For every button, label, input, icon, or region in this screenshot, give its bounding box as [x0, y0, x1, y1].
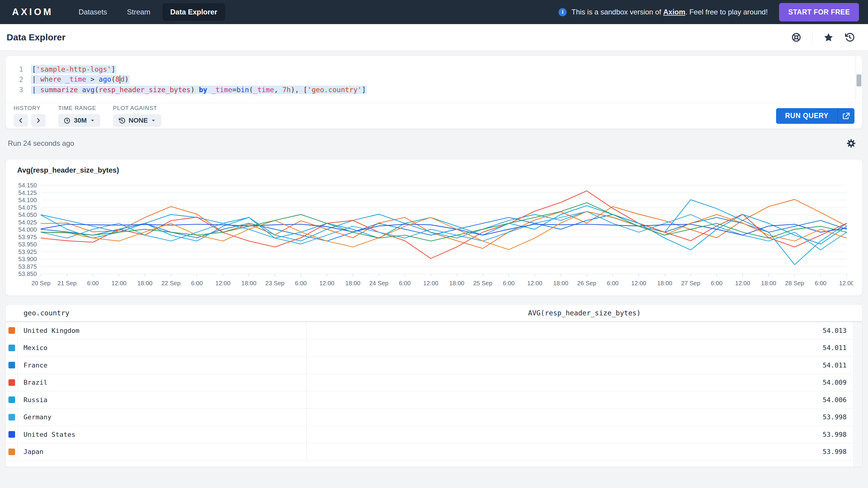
favorite-button[interactable]	[824, 32, 834, 42]
results-table: geo.country AVG(resp_header_size_bytes) …	[5, 304, 863, 467]
svg-text:18:00: 18:00	[241, 280, 256, 287]
table-row[interactable]: France54.011	[6, 357, 862, 374]
series-swatch-cell	[6, 409, 18, 426]
svg-text:53.925: 53.925	[19, 249, 37, 255]
table-row[interactable]: United States53.998	[6, 426, 862, 444]
run-query-button[interactable]: RUN QUERY	[776, 108, 838, 124]
start-for-free-button[interactable]: START FOR FREE	[779, 3, 859, 22]
plot-against-select[interactable]: NONE	[113, 114, 161, 127]
series-color-swatch	[8, 327, 15, 334]
svg-text:21 Sep: 21 Sep	[58, 280, 76, 287]
query-history-button[interactable]	[844, 32, 855, 42]
country-cell: Brazil	[18, 374, 307, 391]
series-swatch-cell	[6, 444, 18, 461]
svg-text:6:00: 6:00	[815, 280, 827, 287]
code-text: | summarize avg(resp_header_size_bytes) …	[31, 86, 367, 94]
query-editor[interactable]: 1['sample-http-logs']2| where _time > ag…	[6, 56, 862, 103]
editor-scroll-divider	[856, 56, 856, 103]
series-color-swatch	[8, 414, 15, 421]
editor-line: 2| where _time > ago(8d)	[6, 74, 862, 85]
svg-text:6:00: 6:00	[503, 280, 515, 287]
chevron-left-icon	[18, 117, 24, 124]
country-cell: Russia	[18, 391, 307, 409]
svg-text:12:00: 12:00	[527, 280, 542, 287]
svg-text:18:00: 18:00	[761, 280, 776, 287]
svg-text:12:00: 12:00	[423, 280, 438, 287]
editor-line: 3| summarize avg(resp_header_size_bytes)…	[6, 85, 862, 95]
svg-text:6:00: 6:00	[191, 280, 203, 287]
chart-card: Avg(resp_header_size_bytes) 54.15054.125…	[5, 159, 863, 296]
svg-text:24 Sep: 24 Sep	[369, 280, 388, 287]
top-nav: AXIOM Datasets Stream Data Explorer i Th…	[0, 0, 868, 24]
editor-scrollbar[interactable]	[857, 74, 861, 87]
svg-text:53.950: 53.950	[19, 241, 37, 248]
last-run-status: Run 24 seconds ago	[8, 139, 74, 148]
svg-text:54.025: 54.025	[19, 219, 37, 226]
lifebuoy-icon	[791, 32, 801, 42]
history-group: HISTORY	[13, 105, 45, 127]
table-row[interactable]: Brazil54.009	[6, 374, 862, 392]
nav-item-stream[interactable]: Stream	[119, 3, 158, 21]
help-button[interactable]	[791, 32, 801, 42]
svg-text:53.875: 53.875	[19, 263, 37, 270]
table-header: geo.country AVG(resp_header_size_bytes)	[6, 304, 862, 322]
code-text: | where _time > ago(8d)	[31, 75, 130, 84]
editor-line: 1['sample-http-logs']	[6, 64, 862, 74]
series-color-swatch	[8, 362, 15, 368]
avg-value-cell: 53.998	[307, 448, 862, 455]
chart-settings-button[interactable]	[846, 138, 856, 148]
run-query-split: RUN QUERY	[776, 108, 855, 124]
line-number: 3	[6, 86, 23, 94]
svg-text:6:00: 6:00	[399, 280, 411, 287]
table-row[interactable]: Germany53.998	[6, 409, 862, 426]
series-swatch-cell	[6, 322, 18, 339]
country-cell: Germany	[18, 409, 307, 426]
svg-text:54.050: 54.050	[19, 212, 37, 218]
plot-against-group: PLOT AGAINST NONE	[113, 105, 161, 127]
nav-item-data-explorer[interactable]: Data Explorer	[162, 3, 225, 21]
table-row[interactable]: United Kingdom54.013	[6, 322, 862, 339]
series-swatch-cell	[6, 357, 18, 374]
svg-text:27 Sep: 27 Sep	[681, 280, 700, 287]
table-scrollbar-track[interactable]	[853, 322, 862, 466]
time-range-label: TIME RANGE	[58, 105, 100, 111]
page-header: Data Explorer	[0, 24, 868, 51]
svg-text:12:00: 12:00	[735, 280, 750, 287]
plot-against-label: PLOT AGAINST	[113, 105, 161, 111]
avg-value-cell: 53.998	[307, 413, 862, 421]
series-swatch-cell	[6, 339, 18, 357]
sandbox-banner-text: This is a sandbox version of Axiom. Feel…	[571, 8, 768, 16]
svg-text:12:00: 12:00	[112, 280, 127, 287]
history-forward-button[interactable]	[31, 114, 45, 127]
svg-text:18:00: 18:00	[450, 280, 464, 287]
series-color-swatch	[8, 396, 15, 403]
caret-down-icon	[151, 118, 156, 123]
axiom-link[interactable]: Axiom	[663, 8, 685, 16]
avg-value-cell: 54.009	[307, 379, 862, 386]
page-title: Data Explorer	[7, 32, 65, 42]
caret-down-icon	[90, 118, 95, 123]
nav-item-datasets[interactable]: Datasets	[71, 3, 115, 21]
clock-icon	[64, 117, 70, 124]
svg-text:53.850: 53.850	[19, 270, 37, 277]
axiom-logo: AXIOM	[12, 7, 53, 18]
code-text: ['sample-http-logs']	[31, 65, 116, 73]
share-query-button[interactable]	[838, 108, 855, 124]
main-nav: Datasets Stream Data Explorer	[71, 3, 225, 21]
history-back-button[interactable]	[13, 114, 28, 127]
table-row[interactable]: Mexico54.011	[6, 339, 862, 357]
svg-text:18:00: 18:00	[345, 280, 361, 287]
svg-text:6:00: 6:00	[711, 280, 722, 287]
avg-value-cell: 54.011	[307, 361, 862, 369]
time-range-select[interactable]: 30M	[58, 114, 100, 127]
svg-text:6:00: 6:00	[87, 280, 99, 287]
query-card: 1['sample-http-logs']2| where _time > ag…	[5, 56, 863, 129]
timeseries-chart: 54.15054.12554.10054.07554.05054.02554.0…	[12, 177, 853, 290]
svg-text:54.150: 54.150	[19, 182, 37, 189]
table-row[interactable]: Japan53.998	[6, 444, 862, 461]
country-cell: France	[18, 357, 307, 374]
series-color-swatch	[8, 379, 15, 386]
time-range-group: TIME RANGE 30M	[58, 105, 100, 127]
table-row[interactable]: Russia54.006	[6, 391, 862, 409]
svg-text:22 Sep: 22 Sep	[161, 280, 180, 287]
